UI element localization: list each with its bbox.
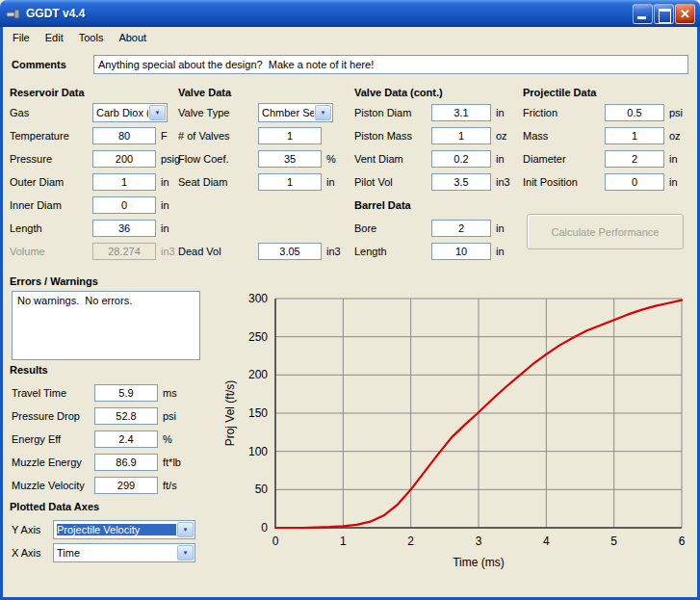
piston-diam-input[interactable] (431, 104, 491, 121)
muzzle-velocity-label: Muzzle Velocity (12, 480, 94, 491)
y-axis-select-value: Projectile Velocity (57, 524, 176, 535)
svg-text:0: 0 (272, 535, 279, 548)
menu-item-file[interactable]: File (5, 29, 38, 46)
piston-mass-input[interactable] (431, 127, 491, 144)
svg-text:200: 200 (248, 368, 268, 381)
volume-row: Volume in3 (10, 240, 179, 263)
maximize-button[interactable] (654, 4, 674, 24)
chevron-down-icon[interactable]: ▼ (315, 105, 331, 120)
y-axis-select[interactable]: Projectile Velocity ▼ (53, 520, 195, 539)
num-valves-row: # of Valves (178, 124, 350, 147)
pressure-input[interactable] (92, 150, 156, 168)
dead-vol-row: Dead Vol in3 (178, 240, 350, 263)
chevron-down-icon[interactable]: ▼ (177, 545, 194, 561)
volume-unit: in3 (161, 246, 175, 257)
valve-cont-title: Valve Data (cont.) (354, 87, 443, 98)
friction-label: Friction (523, 107, 605, 118)
muzzle-energy-output (94, 454, 158, 471)
menu-item-about[interactable]: About (111, 29, 154, 46)
pressure-row: Pressure psig (10, 147, 179, 170)
mass-unit: oz (669, 130, 681, 142)
muzzle-energy-row: Muzzle Energy ft*lb (12, 451, 181, 474)
errors-title: Errors / Warnings (10, 275, 98, 287)
axes-title: Plotted Data Axes (10, 501, 99, 512)
outer-diam-input[interactable] (92, 173, 156, 191)
flow-coef-input[interactable] (258, 150, 322, 168)
friction-row: Friction psi (523, 101, 696, 124)
bore-row: Bore in (354, 217, 520, 240)
menu-item-tools[interactable]: Tools (71, 29, 112, 46)
inner-diam-row: Inner Diam in (10, 194, 179, 217)
barrel-title: Barrel Data (354, 199, 411, 211)
valve-type-select[interactable]: Chmber Seal ▼ (258, 103, 333, 122)
svg-text:150: 150 (248, 406, 268, 420)
energy-eff-row: Energy Eff % (12, 428, 181, 451)
barrel-length-unit: in (496, 246, 505, 257)
bore-input[interactable] (431, 220, 491, 237)
svg-text:Time (ms): Time (ms) (453, 556, 505, 569)
mass-input[interactable] (605, 127, 664, 144)
results-title: Results (10, 364, 48, 376)
window-title: GGDT v4.4 (26, 7, 85, 20)
minimize-button[interactable] (633, 4, 653, 24)
pilot-vol-input[interactable] (431, 173, 491, 191)
results-section: Travel Time ms Pressure Drop psi Energy … (12, 381, 181, 497)
chevron-down-icon[interactable]: ▼ (149, 105, 166, 120)
muzzle-energy-label: Muzzle Energy (12, 457, 94, 468)
pressure-drop-row: Pressure Drop psi (12, 404, 181, 428)
comments-input[interactable] (93, 55, 688, 74)
dead-vol-input[interactable] (258, 243, 322, 260)
num-valves-input[interactable] (258, 127, 322, 144)
flow-coef-unit: % (326, 153, 336, 165)
friction-unit: psi (669, 107, 683, 118)
pressure-drop-label: Pressure Drop (12, 410, 94, 422)
x-axis-label: X Axis (12, 547, 53, 559)
inner-diam-input[interactable] (92, 196, 156, 214)
muzzle-velocity-unit: ft/s (163, 480, 177, 491)
chevron-down-icon[interactable]: ▼ (177, 522, 194, 537)
pilot-vol-label: Pilot Vol (354, 176, 431, 188)
flow-coef-label: Flow Coef. (178, 153, 258, 165)
barrel-length-label: Length (354, 246, 431, 257)
temperature-row: Temperature F (10, 124, 179, 147)
reservoir-length-row: Length in (10, 217, 179, 240)
muzzle-velocity-output (94, 477, 158, 494)
diameter-label: Diameter (523, 153, 605, 165)
volume-label: Volume (10, 246, 92, 257)
svg-text:50: 50 (255, 483, 269, 496)
y-axis-row: Y Axis Projectile Velocity ▼ (12, 518, 204, 541)
muzzle-energy-unit: ft*lb (163, 457, 181, 468)
x-axis-select[interactable]: Time ▼ (53, 543, 195, 562)
friction-input[interactable] (605, 104, 664, 121)
reservoir-length-input[interactable] (92, 220, 156, 237)
inner-diam-unit: in (161, 199, 169, 211)
reservoir-title: Reservoir Data (10, 87, 85, 98)
piston-mass-unit: oz (496, 130, 507, 142)
travel-time-unit: ms (163, 387, 177, 399)
barrel-length-input[interactable] (431, 243, 491, 260)
reservoir-section: Gas Carb Diox (CO ▼ Temperature F Pressu… (10, 101, 179, 263)
seat-diam-input[interactable] (258, 173, 322, 191)
gas-row: Gas Carb Diox (CO ▼ (10, 101, 179, 124)
pressure-drop-unit: psi (163, 410, 176, 422)
bore-label: Bore (354, 222, 431, 234)
close-icon: ✕ (676, 5, 694, 23)
errors-textbox[interactable]: No warnings. No errors. (12, 291, 200, 360)
menu-item-edit[interactable]: Edit (38, 29, 71, 46)
comments-label: Comments (12, 59, 66, 70)
diameter-input[interactable] (605, 150, 664, 168)
x-axis-row: X Axis Time ▼ (12, 541, 204, 564)
valve-type-label: Valve Type (178, 107, 258, 118)
close-button[interactable]: ✕ (675, 4, 695, 24)
init-position-input[interactable] (605, 173, 664, 191)
calculate-performance-button[interactable]: Calculate Performance (527, 214, 684, 249)
mass-row: Mass oz (523, 124, 696, 147)
muzzle-velocity-row: Muzzle Velocity ft/s (12, 474, 181, 497)
travel-time-row: Travel Time ms (12, 381, 181, 404)
temperature-input[interactable] (92, 127, 156, 144)
inner-diam-label: Inner Diam (10, 199, 92, 211)
gas-select[interactable]: Carb Diox (CO ▼ (92, 103, 168, 122)
vent-diam-input[interactable] (431, 150, 491, 168)
vent-diam-row: Vent Diam in (354, 147, 520, 170)
valve-cont-section: Piston Diam in Piston Mass oz Vent Diam … (354, 101, 520, 263)
